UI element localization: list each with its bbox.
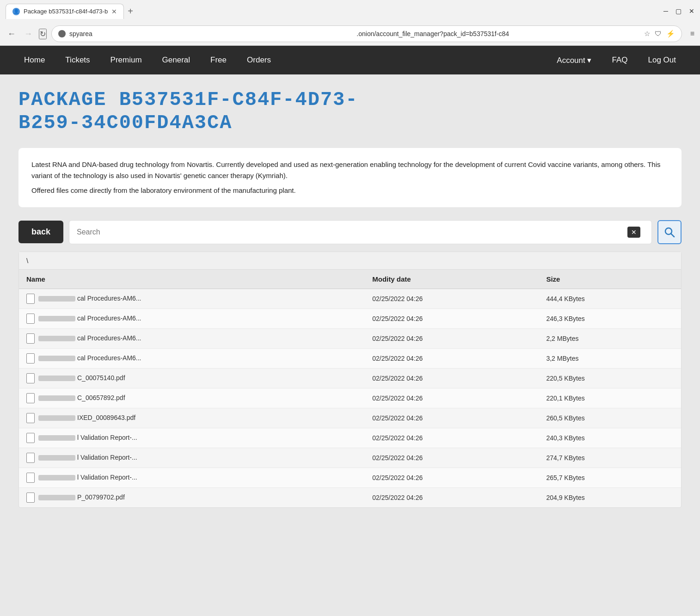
file-name-blurred	[38, 475, 75, 480]
file-name-blurred	[38, 356, 75, 361]
url-bar[interactable]: spyarea .onion/account_file_manager?pack…	[51, 25, 682, 42]
file-size: 204,9 KBytes	[539, 487, 681, 507]
table-row[interactable]: cal Procedures-AM6...02/25/2022 04:26444…	[19, 289, 681, 308]
file-size: 246,3 KBytes	[539, 308, 681, 328]
file-size: 3,2 MBytes	[539, 348, 681, 368]
file-icon	[26, 373, 35, 383]
shield-icon: 🛡	[655, 30, 662, 38]
table-row[interactable]: l Validation Report-...02/25/2022 04:262…	[19, 468, 681, 487]
nav-account[interactable]: Account ▾	[546, 46, 602, 74]
file-name-text: l Validation Report-...	[77, 473, 137, 480]
address-bar: ← → ↻ spyarea .onion/account_file_manage…	[0, 22, 700, 45]
file-name-cell[interactable]: l Validation Report-...	[19, 448, 365, 468]
file-name-text: l Validation Report-...	[77, 453, 137, 461]
file-icon	[26, 353, 35, 363]
description-text-2: Offered files come directly from the lab…	[31, 185, 669, 196]
nav-faq[interactable]: FAQ	[602, 46, 638, 74]
search-input[interactable]	[77, 228, 627, 236]
tab-close-button[interactable]: ✕	[111, 8, 117, 15]
minimize-button[interactable]: ─	[663, 7, 668, 15]
table-row[interactable]: C_00075140.pdf02/25/2022 04:26220,5 KByt…	[19, 368, 681, 388]
file-size: 274,7 KBytes	[539, 448, 681, 468]
file-name-blurred	[38, 455, 75, 461]
table-row[interactable]: P_00799702.pdf02/25/2022 04:26204,9 KByt…	[19, 487, 681, 507]
title-bar: 👤 Package b537531f-c84f-4d73-b ✕ + ─ ▢ ✕	[0, 0, 700, 22]
new-tab-button[interactable]: +	[128, 6, 133, 17]
file-name-cell[interactable]: IXED_00089643.pdf	[19, 408, 365, 428]
table-row[interactable]: l Validation Report-...02/25/2022 04:262…	[19, 448, 681, 468]
browser-chrome: 👤 Package b537531f-c84f-4d73-b ✕ + ─ ▢ ✕…	[0, 0, 700, 46]
nav-home[interactable]: Home	[14, 46, 55, 74]
file-name-cell[interactable]: cal Procedures-AM6...	[19, 348, 365, 368]
table-row[interactable]: cal Procedures-AM6...02/25/2022 04:263,2…	[19, 348, 681, 368]
file-name-cell[interactable]: cal Procedures-AM6...	[19, 289, 365, 308]
extensions-icon[interactable]: ⚡	[666, 30, 675, 38]
site-favicon	[58, 30, 66, 37]
file-name-cell[interactable]: C_00075140.pdf	[19, 368, 365, 388]
nav-premium[interactable]: Premium	[100, 46, 152, 74]
url-path: .onion/account_file_manager?pack_id=b537…	[356, 30, 640, 37]
table-row[interactable]: cal Procedures-AM6...02/25/2022 04:262,2…	[19, 328, 681, 348]
file-icon	[26, 333, 35, 344]
svg-line-1	[671, 234, 674, 237]
file-name-blurred	[38, 395, 75, 401]
description-box: Latest RNA and DNA-based drug technology…	[18, 148, 682, 207]
file-icon	[26, 413, 35, 423]
file-name-cell[interactable]: l Validation Report-...	[19, 428, 365, 448]
file-size: 265,7 KBytes	[539, 468, 681, 487]
file-name-cell[interactable]: P_00799702.pdf	[19, 487, 365, 507]
clear-search-button[interactable]: ✕	[627, 227, 640, 238]
file-name-blurred	[38, 415, 75, 421]
tab-title: Package b537531f-c84f-4d73-b	[24, 8, 108, 15]
nav-free[interactable]: Free	[200, 46, 237, 74]
file-date: 02/25/2022 04:26	[365, 468, 539, 487]
file-name-cell[interactable]: cal Procedures-AM6...	[19, 328, 365, 348]
file-table: Name Modity date Size cal Procedures-AM6…	[19, 270, 681, 507]
bookmark-icon[interactable]: ☆	[644, 30, 650, 38]
file-name-cell[interactable]: cal Procedures-AM6...	[19, 308, 365, 328]
maximize-button[interactable]: ▢	[675, 7, 682, 15]
nav-logout[interactable]: Log Out	[638, 46, 687, 74]
url-icons: ☆ 🛡 ⚡	[644, 30, 675, 38]
menu-icon[interactable]: ≡	[690, 30, 694, 38]
col-modity-date: Modity date	[365, 270, 539, 289]
description-text-1: Latest RNA and DNA-based drug technology…	[31, 159, 669, 181]
forward-navigation-button[interactable]: →	[22, 27, 34, 41]
browser-menu-icons: ≡	[690, 30, 694, 38]
file-name-text: P_00799702.pdf	[77, 493, 125, 500]
table-header: Name Modity date Size	[19, 270, 681, 289]
refresh-button[interactable]: ↻	[39, 29, 47, 39]
table-row[interactable]: cal Procedures-AM6...02/25/2022 04:26246…	[19, 308, 681, 328]
nav-tickets[interactable]: Tickets	[55, 46, 100, 74]
file-name-text: cal Procedures-AM6...	[77, 314, 141, 321]
search-button[interactable]	[657, 220, 682, 244]
file-name-blurred	[38, 296, 75, 302]
file-name-text: l Validation Report-...	[77, 433, 137, 441]
nav-general[interactable]: General	[152, 46, 200, 74]
breadcrumb: \	[19, 252, 681, 270]
table-row[interactable]: l Validation Report-...02/25/2022 04:262…	[19, 428, 681, 448]
file-name-text: C_00075140.pdf	[77, 374, 125, 381]
file-name-blurred	[38, 316, 75, 321]
file-date: 02/25/2022 04:26	[365, 408, 539, 428]
file-date: 02/25/2022 04:26	[365, 308, 539, 328]
col-name: Name	[19, 270, 365, 289]
file-date: 02/25/2022 04:26	[365, 428, 539, 448]
back-button[interactable]: back	[18, 221, 63, 243]
nav-orders[interactable]: Orders	[237, 46, 281, 74]
tab-favicon: 👤	[12, 8, 20, 15]
active-tab[interactable]: 👤 Package b537531f-c84f-4d73-b ✕	[6, 4, 124, 19]
file-name-cell[interactable]: l Validation Report-...	[19, 468, 365, 487]
close-button[interactable]: ✕	[689, 7, 694, 15]
table-row[interactable]: C_00657892.pdf02/25/2022 04:26220,1 KByt…	[19, 388, 681, 408]
page-title: PACKAGE B537531F-C84F-4D73- B259-34C00FD…	[18, 88, 682, 135]
table-row[interactable]: IXED_00089643.pdf02/25/2022 04:26260,5 K…	[19, 408, 681, 428]
file-size: 220,5 KBytes	[539, 368, 681, 388]
file-date: 02/25/2022 04:26	[365, 289, 539, 308]
file-icon	[26, 294, 35, 304]
back-navigation-button[interactable]: ←	[6, 27, 18, 41]
file-date: 02/25/2022 04:26	[365, 328, 539, 348]
file-name-cell[interactable]: C_00657892.pdf	[19, 388, 365, 408]
file-name-blurred	[38, 435, 75, 441]
search-icon	[663, 226, 675, 238]
